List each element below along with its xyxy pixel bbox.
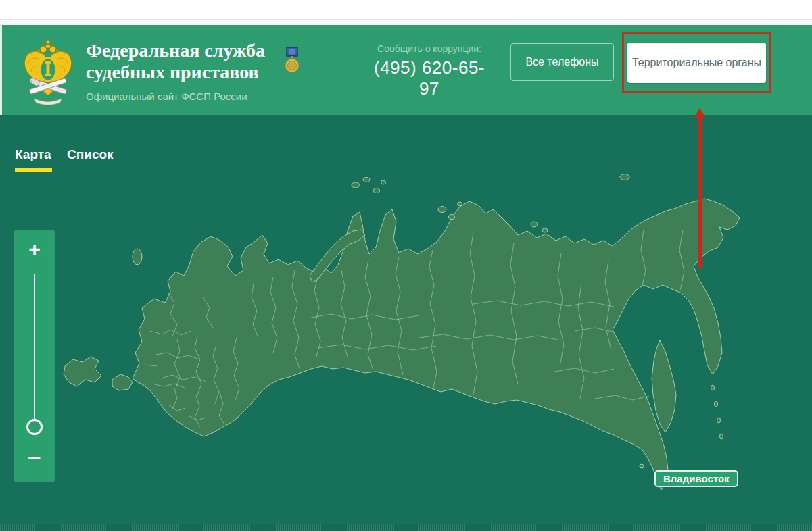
- site-header: Федеральная служба судебных приставов Оф…: [0, 25, 812, 115]
- fssp-coat-of-arms-icon[interactable]: [21, 39, 75, 105]
- tab-map-label: Карта: [15, 147, 51, 161]
- city-tooltip-vladivostok[interactable]: Владивосток: [654, 470, 738, 487]
- corruption-phone[interactable]: (495) 620-65-97: [365, 57, 494, 99]
- site-title-line1: Федеральная служба: [86, 40, 265, 61]
- corruption-label: Сообщить о коррупции:: [365, 43, 494, 54]
- map-view-tabs: Карта Список: [15, 147, 114, 172]
- bottom-texture-strip: [0, 524, 812, 531]
- fssp-landing-page: Федеральная служба судебных приставов Оф…: [0, 0, 812, 531]
- zoom-slider-track[interactable]: [34, 274, 35, 419]
- tab-map[interactable]: Карта: [15, 147, 52, 172]
- all-phones-button[interactable]: Все телефоны: [510, 43, 614, 81]
- zoom-out-button minus-icon[interactable]: −: [14, 445, 55, 471]
- tab-list[interactable]: Список: [67, 147, 114, 172]
- gold-medal-blue-ribbon-icon: [285, 47, 300, 76]
- browser-edge-strip: [0, 0, 812, 25]
- active-tab-underline: [15, 168, 52, 172]
- zoom-slider-handle[interactable]: [26, 419, 43, 435]
- tab-list-label: Список: [67, 147, 114, 161]
- site-title: Федеральная служба судебных приставов: [86, 40, 265, 83]
- site-title-line2: судебных приставов: [86, 61, 265, 83]
- site-subtitle: Официальный сайт ФССП России: [86, 91, 265, 102]
- territorial-organs-button[interactable]: Территориальные органы: [627, 43, 766, 83]
- zoom-in-button plus-icon[interactable]: +: [14, 238, 55, 261]
- site-title-block: Федеральная служба судебных приставов Оф…: [86, 40, 265, 102]
- map-section: Карта Список + − Владивосток: [0, 115, 812, 531]
- corruption-contact: Сообщить о коррупции: (495) 620-65-97: [365, 43, 494, 99]
- map-zoom-control: + −: [14, 230, 55, 482]
- russia-map[interactable]: [0, 115, 812, 531]
